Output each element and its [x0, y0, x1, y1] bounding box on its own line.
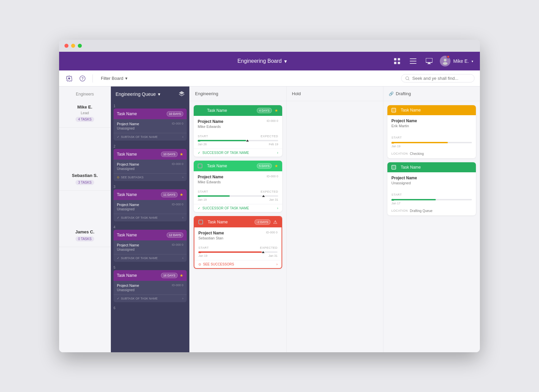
task-2-timeline: START EXPECTED Jan 19	[194, 187, 282, 204]
star-icon-5: ★	[180, 273, 183, 278]
drafting-task-2-dates: Jan 17	[391, 202, 472, 205]
engineer-name-james: James C.	[75, 229, 94, 234]
close-button[interactable]	[64, 44, 68, 48]
user-name: Mike E.	[453, 58, 469, 64]
drafting-task-2-header: Task Name	[387, 162, 476, 172]
queue-card-3-footer-text: ✓ SUBTASK OF TASK NAME	[117, 216, 158, 219]
maximize-button[interactable]	[78, 44, 82, 48]
queue-card-1[interactable]: Task Name 10 DAYS ID-000 0 Project Name …	[114, 109, 187, 141]
task-3-dates: Jan 19 Jan 31	[198, 254, 278, 257]
drafting-task-2-location-row: LOCATION Drafting Queue	[387, 208, 476, 215]
queue-card-2-header: Task Name 10 DAYS ★	[114, 149, 187, 160]
user-menu[interactable]: Mike E. ▾	[440, 56, 473, 66]
nav-right: Mike E. ▾	[392, 56, 473, 66]
engineer-item-james[interactable]: James C. 0 TASKS	[59, 224, 111, 247]
queue-card-4-badge: 12 DAYS	[167, 232, 183, 238]
search-input[interactable]	[412, 76, 470, 81]
grid-icon[interactable]	[392, 56, 402, 66]
queue-card-3[interactable]: Task Name 11 DAYS ★ ID-000 0 Project Nam…	[114, 189, 187, 221]
queue-card-4-assignee: Unassigned	[117, 248, 183, 251]
drafting-task-1[interactable]: Task Name Project Name Erik Martin START	[387, 105, 476, 158]
queue-card-3-badge: 11 DAYS	[161, 192, 178, 197]
monitor-icon[interactable]	[424, 56, 434, 66]
engineers-sidebar: Engineers Mike E. Lead 4 TASKS Sebastian…	[59, 86, 111, 352]
engineering-task-1-header: Task Name 4 DAYS ★	[194, 105, 282, 116]
task-2-star[interactable]: ★	[275, 164, 278, 168]
task-1-star[interactable]: ★	[275, 108, 278, 113]
queue-card-4-title: Task Name	[117, 233, 137, 237]
settings-icon[interactable]	[64, 74, 74, 83]
queue-card-4-id: ID-000 0	[172, 243, 183, 246]
engineer-item-mike[interactable]: Mike E. Lead 4 TASKS	[59, 99, 111, 128]
queue-card-4-header: Task Name 12 DAYS	[114, 230, 187, 240]
task-1-header-right: 4 DAYS ★	[257, 108, 278, 113]
help-icon[interactable]: ?	[78, 74, 87, 83]
task-2-footer[interactable]: ✓ SUCCESSOR OF TASK NAME ›	[194, 204, 282, 212]
queue-chevron[interactable]: ▾	[158, 91, 160, 97]
drafting-task-2-location-val: Drafting Queue	[410, 209, 432, 213]
svg-line-15	[408, 79, 409, 80]
task-1-footer-check: ✓	[198, 151, 200, 155]
queue-card-1-id: ID-000 0	[172, 122, 183, 125]
drafting-task-2-checkbox[interactable]	[391, 165, 396, 170]
drafting-task-1-dates: Jan 19	[391, 145, 472, 148]
queue-number-3: 3	[114, 184, 187, 189]
hold-column-header: Hold	[287, 86, 383, 101]
svg-point-10	[444, 59, 446, 61]
engineer-item-sebastian[interactable]: Sebastian S. 3 TASKS	[59, 168, 111, 191]
filter-board-button[interactable]: Filter Board ▾	[98, 74, 130, 82]
task-1-start-date: Jan 26	[198, 143, 207, 146]
queue-card-2-body: ID-000 0 Project Name Unassigned	[114, 160, 187, 173]
drafting-task-2[interactable]: Task Name Project Name Unassigned START	[387, 162, 476, 215]
task-1-footer[interactable]: ✓ SUCCESSOR OF TASK NAME ›	[194, 149, 282, 157]
queue-card-4-footer[interactable]: ✓ SUBTASK OF TASK NAME ›	[114, 254, 187, 262]
queue-card-1-badge: 10 DAYS	[167, 111, 183, 117]
engineering-task-2[interactable]: Task Name 5 DAYS ★ ID-000 0 Project Name	[194, 161, 282, 212]
app-container: Engineering Board ▾	[59, 52, 480, 352]
hold-title: Hold	[292, 91, 301, 96]
svg-rect-3	[398, 62, 400, 64]
task-3-timeline: START EXPECTED Jan 19	[194, 243, 282, 260]
engineering-task-3[interactable]: Task Name -2 DAYS ⚠ ID-000 0 Project Nam…	[194, 216, 282, 269]
queue-number-2: 2	[114, 143, 187, 149]
queue-card-2-title: Task Name	[117, 152, 137, 157]
queue-card-2[interactable]: Task Name 10 DAYS ★ ID-000 0 Project Nam…	[114, 149, 187, 181]
engineering-task-1[interactable]: Task Name 4 DAYS ★ ID-000 0 Project Name	[194, 105, 282, 157]
engineering-task-2-body: ID-000 0 Project Name Mike Edwards	[194, 171, 282, 187]
queue-layers-icon[interactable]	[179, 90, 185, 97]
user-chevron[interactable]: ▾	[472, 59, 473, 63]
task-3-assignee: Sebastian Stan	[198, 236, 278, 240]
drafting-task-1-project: Project Name	[391, 119, 472, 123]
drafting-task-1-header: Task Name	[387, 105, 476, 115]
task-2-bar-container	[198, 195, 278, 197]
main-content: Engineers Mike E. Lead 4 TASKS Sebastian…	[59, 86, 480, 352]
minimize-button[interactable]	[71, 44, 75, 48]
task-3-bar	[198, 251, 262, 253]
task-1-footer-arrow: ›	[277, 151, 278, 155]
task-1-bar-container	[198, 140, 278, 141]
queue-card-4[interactable]: Task Name 12 DAYS ID-000 0 Project Name …	[114, 230, 187, 262]
task-2-checkbox[interactable]	[198, 164, 202, 168]
task-1-end-date: Feb 19	[269, 143, 278, 146]
task-3-checkbox[interactable]	[198, 220, 203, 224]
task-1-checkbox[interactable]	[198, 108, 202, 113]
engineer-name-sebastian: Sebastian S.	[72, 173, 98, 178]
drafting-task-1-title: Task Name	[401, 108, 421, 113]
svg-rect-7	[426, 58, 432, 62]
queue-card-5-footer[interactable]: ✓ SUBTASK OF TASK NAME ›	[114, 295, 187, 302]
drafting-column-content: Task Name Project Name Erik Martin START	[383, 101, 480, 352]
drafting-column-header: 🔗 Drafting	[383, 86, 480, 101]
queue-card-1-footer[interactable]: ✓ SUBTASK OF TASK NAME ›	[114, 133, 187, 141]
list-icon[interactable]	[408, 56, 418, 66]
queue-card-2-footer[interactable]: ⊙ SEE SUBTASKS ›	[114, 173, 187, 181]
task-2-project: Project Name	[198, 175, 278, 179]
task-3-footer[interactable]: ⊙ SEE SUCCESSORS ›	[194, 260, 282, 268]
board-title-chevron[interactable]: ▾	[284, 58, 287, 64]
engineering-task-1-body: ID-000 0 Project Name Mike Edwards	[194, 116, 282, 132]
drafting-task-1-checkbox[interactable]	[391, 108, 396, 113]
queue-card-5-badge: 16 DAYS	[161, 273, 178, 278]
queue-card-5-id: ID-000 0	[172, 283, 183, 287]
drafting-task-1-timeline: START Jan 19	[387, 131, 476, 151]
queue-card-3-footer[interactable]: ✓ SUBTASK OF TASK NAME ›	[114, 214, 187, 221]
queue-card-5[interactable]: Task Name 16 DAYS ★ ID-000 0 Project Nam…	[114, 270, 187, 302]
